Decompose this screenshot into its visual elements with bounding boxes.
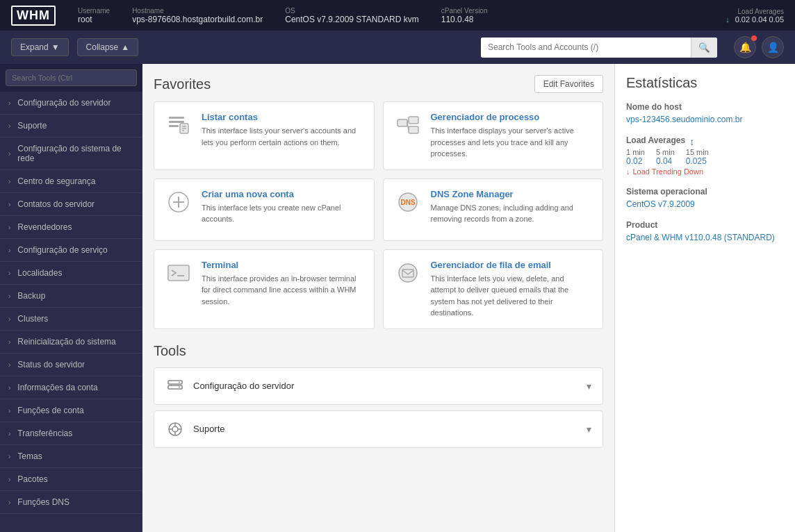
notification-badge xyxy=(751,35,757,41)
sidebar-item-config-servico[interactable]: › Configuração de serviço xyxy=(0,239,142,262)
sidebar-item-temas[interactable]: › Temas xyxy=(0,445,142,468)
svg-text:DNS: DNS xyxy=(400,199,415,206)
chevron-icon: › xyxy=(8,178,10,185)
sidebar-item-pacotes[interactable]: › Pacotes xyxy=(0,468,142,491)
sidebar-item-rede[interactable]: › Configuração do sistema de rede xyxy=(0,138,142,170)
sidebar-item-suporte[interactable]: › Suporte xyxy=(0,115,142,138)
sidebar-item-status[interactable]: › Status do servidor xyxy=(0,354,142,376)
sidebar-item-label: Revendedores xyxy=(17,222,72,232)
stats-load-avg-title: Load Averages ↕ xyxy=(626,135,784,148)
stats-product-value: cPanel & WHM v110.0.48 (STANDARD) xyxy=(626,233,784,242)
fav-card-title[interactable]: Gerenciador de fila de email xyxy=(431,260,592,270)
sidebar-item-funcoes-conta[interactable]: › Funções de conta xyxy=(0,399,142,422)
sidebar-item-label: Funções de conta xyxy=(17,406,83,415)
accordion-chevron-down: ▾ xyxy=(587,381,591,392)
top-bar: WHM Username root Hostname vps-8976608.h… xyxy=(0,0,795,31)
chevron-icon: › xyxy=(8,99,10,107)
stats-product-section: Product cPanel & WHM v110.0.48 (STANDARD… xyxy=(626,220,784,242)
search-tools-global[interactable]: 🔍 xyxy=(481,38,717,58)
fav-card-desc: This interface lets you view, delete, an… xyxy=(431,273,592,319)
sidebar-search-input[interactable] xyxy=(6,69,137,86)
sidebar-item-label: Configuração de serviço xyxy=(17,245,107,255)
user-icon: 👤 xyxy=(767,42,779,53)
sidebar-item-transferencias[interactable]: › Transferências xyxy=(0,422,142,445)
fav-card-dns[interactable]: DNS DNS Zone Manager Manage DNS zones, i… xyxy=(383,178,604,241)
hostname-field: Hostname vps-8976608.hostgatorbuild.com.… xyxy=(132,7,263,24)
sidebar-item-label: Centro de segurança xyxy=(17,176,95,186)
sidebar-nav: › Configuração do servidor › Suporte › C… xyxy=(0,92,142,532)
stats-load-avg-label: Load Averages xyxy=(626,135,685,145)
chevron-icon: › xyxy=(8,384,10,392)
sidebar-item-label: Contatos do servidor xyxy=(17,199,95,209)
load-avg-values-topbar: ↓ 0.02 0.04 0.05 xyxy=(726,15,784,24)
sidebar-item-label: Funções DNS xyxy=(17,497,69,507)
sidebar-item-reinicializacao[interactable]: › Reinicialização do sistema xyxy=(0,331,142,354)
tools-accordion-header[interactable]: Configuração do servidor ▾ xyxy=(154,368,603,404)
add-account-icon xyxy=(165,189,192,215)
tools-section: Tools Configuração do servidor xyxy=(154,343,603,448)
stats-product-label: Product xyxy=(626,220,784,230)
fav-card-desc: This interface lets you create new cPane… xyxy=(202,202,363,225)
sidebar-item-info-conta[interactable]: › Informações da conta xyxy=(0,376,142,399)
sidebar-item-revendedores[interactable]: › Revendedores xyxy=(0,216,142,239)
stats-panel: Estatísticas Nome do host vps-123456.seu… xyxy=(614,64,795,532)
notification-button[interactable]: 🔔 xyxy=(734,36,756,58)
stats-hostname-label: Nome do host xyxy=(626,102,784,112)
edit-favorites-button[interactable]: Edit Favorites xyxy=(534,75,603,93)
sidebar-item-backup[interactable]: › Backup xyxy=(0,285,142,308)
cpanel-version-value: 110.0.48 xyxy=(441,15,488,24)
fav-card-title[interactable]: Criar uma nova conta xyxy=(202,189,363,199)
fav-card-content: Gerenciador de processo This interface d… xyxy=(431,112,592,160)
sidebar-item-contatos[interactable]: › Contatos do servidor xyxy=(0,193,142,216)
fav-card-email[interactable]: Gerenciador de fila de email This interf… xyxy=(383,249,604,329)
chevron-icon: › xyxy=(8,476,10,483)
os-field: OS CentOS v7.9.2009 STANDARD kvm xyxy=(285,7,419,24)
sidebar-item-configuracao-servidor[interactable]: › Configuração do servidor xyxy=(0,92,142,115)
fav-card-gerenciador-processo[interactable]: Gerenciador de processo This interface d… xyxy=(383,101,604,170)
search-global-input[interactable] xyxy=(481,38,691,57)
fav-card-desc: This interface lists your server's accou… xyxy=(202,125,363,148)
hostname-value: vps-8976608.hostgatorbuild.com.br xyxy=(132,15,263,24)
load-values-text: 0.02 0.04 0.05 xyxy=(735,15,784,24)
fav-card-criar-conta[interactable]: Criar uma nova conta This interface lets… xyxy=(154,178,375,241)
sidebar-item-funcoes-dns[interactable]: › Funções DNS xyxy=(0,491,142,514)
chevron-icon: › xyxy=(8,247,10,254)
expand-button[interactable]: Expand ▼ xyxy=(11,38,69,56)
collapse-label: Collapse xyxy=(86,42,119,52)
search-global-button[interactable]: 🔍 xyxy=(691,38,717,58)
load-avg-topbar: Load Averages ↓ 0.02 0.04 0.05 xyxy=(726,8,784,24)
sidebar-search-area[interactable] xyxy=(0,64,142,92)
sidebar-item-localidades[interactable]: › Localidades xyxy=(0,262,142,285)
whm-logo: WHM xyxy=(11,6,56,26)
stats-os-value: CentOS v7.9.2009 xyxy=(626,199,784,209)
load-15min-value: 0.025 xyxy=(686,156,709,166)
sidebar-item-clusters[interactable]: › Clusters xyxy=(0,308,142,331)
chevron-icon: › xyxy=(8,361,10,369)
svg-rect-1 xyxy=(169,121,184,123)
fav-card-terminal[interactable]: Terminal This interface provides an in-b… xyxy=(154,249,375,329)
collapse-button[interactable]: Collapse ▲ xyxy=(77,38,139,56)
fav-card-listar-contas[interactable]: Listar contas This interface lists your … xyxy=(154,101,375,170)
svg-rect-17 xyxy=(168,265,189,281)
svg-rect-8 xyxy=(409,117,418,124)
header-row: Expand ▼ Collapse ▲ 🔍 🔔 👤 xyxy=(0,31,795,64)
load-trending[interactable]: ↓ Load Trending Down xyxy=(626,167,784,176)
sidebar-item-seguranca[interactable]: › Centro de segurança xyxy=(0,170,142,193)
fav-card-title[interactable]: Gerenciador de processo xyxy=(431,112,592,122)
fav-card-content: Criar uma nova conta This interface lets… xyxy=(202,189,363,225)
favorites-section: Favorites Edit Favorites xyxy=(154,75,603,329)
user-button[interactable]: 👤 xyxy=(762,36,784,58)
chevron-icon: › xyxy=(8,292,10,300)
email-icon xyxy=(395,260,421,286)
fav-card-title[interactable]: DNS Zone Manager xyxy=(431,189,592,199)
chevron-icon: › xyxy=(8,201,10,208)
tools-accordion-config-servidor[interactable]: Configuração do servidor ▾ xyxy=(154,367,603,405)
load-icon: ↕ xyxy=(689,136,694,147)
tools-accordion-left: Configuração do servidor xyxy=(165,376,294,396)
tools-accordion-header-suporte[interactable]: Suporte ▾ xyxy=(154,411,603,447)
fav-card-title[interactable]: Listar contas xyxy=(202,112,363,122)
sidebar-item-label: Suporte xyxy=(17,121,47,131)
tools-accordion-suporte[interactable]: Suporte ▾ xyxy=(154,410,603,448)
fav-card-title[interactable]: Terminal xyxy=(202,260,363,270)
svg-rect-0 xyxy=(169,117,184,119)
